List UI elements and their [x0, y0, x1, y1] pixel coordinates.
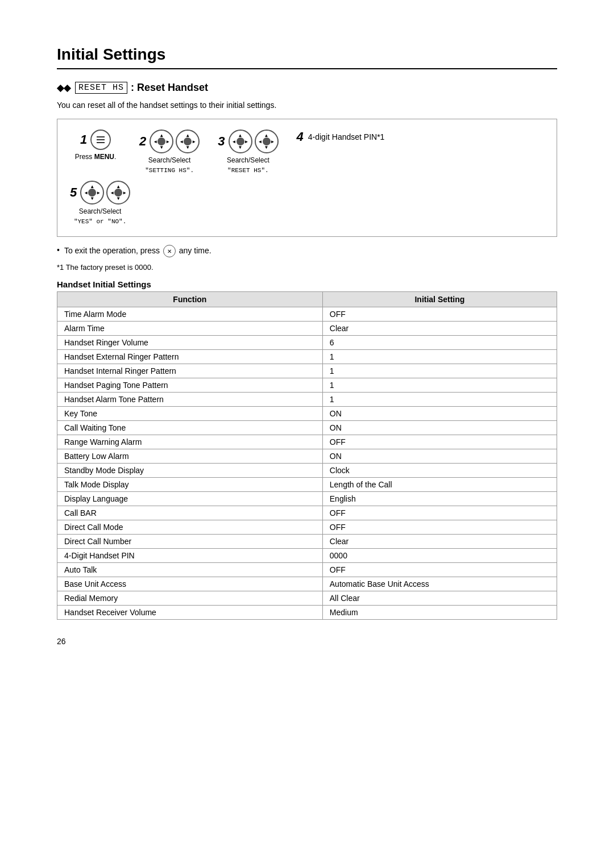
cell-function: 4-Digit Handset PIN: [57, 549, 323, 563]
cell-function: Base Unit Access: [57, 577, 323, 591]
step-2-header: 2 ▲ ▼ ▲ ▼: [139, 130, 200, 153]
cell-initial-setting: ON: [322, 407, 557, 421]
arrow-down-icon-3a: ▼: [238, 145, 243, 150]
nav-icon-2b: ▲ ▼: [176, 130, 200, 153]
table-row: Key ToneON: [57, 407, 557, 421]
table-row: Direct Call NumberClear: [57, 535, 557, 549]
table-row: Time Alarm ModeOFF: [57, 307, 557, 322]
reset-label: RESET HS: [75, 82, 127, 94]
steps-row-1: 1 Press MENU. 2 ▲ ▼: [70, 130, 544, 175]
table-row: Redial MemoryAll Clear: [57, 591, 557, 606]
cell-initial-setting: OFF: [322, 435, 557, 449]
cell-initial-setting: OFF: [322, 506, 557, 520]
table-row: Battery Low AlarmON: [57, 449, 557, 464]
nav-icon-2a: ▲ ▼: [150, 130, 173, 153]
step-1-number: 1: [80, 132, 87, 147]
col-header-initial-setting: Initial Setting: [322, 292, 557, 307]
step-2-label: Search/Select"SETTING HS".: [145, 156, 194, 175]
end-call-icon: ✕: [163, 245, 176, 257]
arrow-down-icon-2: ▼: [185, 145, 190, 150]
menu-line-2: [97, 139, 105, 140]
diamonds-icon: ◆◆: [57, 82, 70, 93]
table-row: Range Warning AlarmOFF: [57, 435, 557, 449]
step-3-label: Search/Select"RESET HS".: [227, 156, 269, 175]
cell-initial-setting: 0000: [322, 549, 557, 563]
cell-initial-setting: Length of the Call: [322, 478, 557, 492]
step-5-header: 5 ▲ ▼ ▲ ▼: [70, 181, 130, 205]
step-3: 3 ▲ ▼ ▲ ▼ Search/Select"RESET HS".: [218, 130, 278, 175]
menu-line-3: [97, 142, 105, 143]
nav-center-2a: [157, 137, 165, 145]
table-row: Handset Alarm Tone Pattern1: [57, 393, 557, 407]
cell-function: Call BAR: [57, 506, 323, 520]
cell-function: Talk Mode Display: [57, 478, 323, 492]
cell-initial-setting: ON: [322, 421, 557, 435]
step-2-nav-icons: ▲ ▼ ▲ ▼: [150, 130, 200, 153]
steps-row-2: 5 ▲ ▼ ▲ ▼ Search/Select"YES" or "NO".: [70, 181, 544, 226]
col-header-function: Function: [57, 292, 323, 307]
cell-initial-setting: OFF: [322, 563, 557, 577]
cell-function: Key Tone: [57, 407, 323, 421]
cell-function: Alarm Time: [57, 322, 323, 336]
step-5-nav-icons: ▲ ▼ ▲ ▼: [80, 181, 130, 205]
steps-box: 1 Press MENU. 2 ▲ ▼: [57, 119, 557, 237]
bullet-item-1: • To exit the operation, press ✕ any tim…: [57, 245, 557, 257]
nav-icon-5a: ▲ ▼: [80, 181, 104, 205]
step-5: 5 ▲ ▼ ▲ ▼ Search/Select"YES" or "NO".: [70, 181, 130, 226]
step-3-number: 3: [218, 134, 225, 149]
menu-button-icon: [90, 130, 111, 150]
table-row: 4-Digit Handset PIN0000: [57, 549, 557, 563]
cell-function: Range Warning Alarm: [57, 435, 323, 449]
step-3-nav-icons: ▲ ▼ ▲ ▼: [229, 130, 279, 153]
cell-function: Handset Ringer Volume: [57, 336, 323, 350]
cell-function: Handset External Ringer Pattern: [57, 350, 323, 364]
cell-initial-setting: 1: [322, 378, 557, 393]
table-row: Call Waiting ToneON: [57, 421, 557, 435]
footnote: *1 The factory preset is 0000.: [57, 263, 557, 272]
step-1-header: 1: [80, 130, 111, 150]
bullet-section: • To exit the operation, press ✕ any tim…: [57, 245, 557, 257]
cell-initial-setting: 6: [322, 336, 557, 350]
table-row: Display LanguageEnglish: [57, 492, 557, 506]
cell-initial-setting: Clear: [322, 322, 557, 336]
arrow-up-icon-2: ▲: [185, 133, 190, 138]
cell-function: Handset Receiver Volume: [57, 606, 323, 620]
nav-center-3a: [237, 137, 244, 145]
table-row: Auto TalkOFF: [57, 563, 557, 577]
step-2-number: 2: [139, 134, 146, 149]
section-description: You can reset all of the handset setting…: [57, 101, 557, 110]
nav-icon-3a: ▲ ▼: [229, 130, 252, 153]
table-title: Handset Initial Settings: [57, 279, 557, 289]
cell-initial-setting: 1: [322, 393, 557, 407]
step-2: 2 ▲ ▼ ▲ ▼ Search/Select"SETTING HS".: [139, 130, 200, 175]
step-4-number: 4: [297, 130, 304, 144]
nav-center-3b: [263, 137, 271, 145]
table-row: Base Unit AccessAutomatic Base Unit Acce…: [57, 577, 557, 591]
arrow-up-icon: ▲: [159, 133, 164, 138]
table-row: Handset Ringer Volume6: [57, 336, 557, 350]
cell-function: Handset Paging Tone Pattern: [57, 378, 323, 393]
table-row: Standby Mode DisplayClock: [57, 464, 557, 478]
bullet-dot: •: [57, 245, 60, 254]
menu-lines: [97, 136, 105, 143]
section-header: ◆◆ RESET HS : Reset Handset: [57, 82, 557, 94]
cell-function: Handset Internal Ringer Pattern: [57, 364, 323, 378]
cell-function: Standby Mode Display: [57, 464, 323, 478]
reset-title: : Reset Handset: [131, 82, 208, 94]
cell-function: Direct Call Number: [57, 535, 323, 549]
arrow-down-icon: ▼: [159, 145, 164, 150]
cell-initial-setting: Clear: [322, 535, 557, 549]
initial-settings-table: Function Initial Setting Time Alarm Mode…: [57, 291, 557, 620]
table-header-row: Function Initial Setting: [57, 292, 557, 307]
cell-initial-setting: All Clear: [322, 591, 557, 606]
cell-initial-setting: Clock: [322, 464, 557, 478]
cell-initial-setting: Medium: [322, 606, 557, 620]
cell-function: Direct Call Mode: [57, 520, 323, 535]
table-row: Talk Mode DisplayLength of the Call: [57, 478, 557, 492]
arrow-down-icon-5b: ▼: [116, 196, 121, 201]
step-3-header: 3 ▲ ▼ ▲ ▼: [218, 130, 278, 153]
cell-initial-setting: Automatic Base Unit Access: [322, 577, 557, 591]
page-number: 26: [57, 637, 557, 646]
cell-function: Display Language: [57, 492, 323, 506]
step-4-header: 4 4-digit Handset PIN*1: [297, 130, 385, 144]
